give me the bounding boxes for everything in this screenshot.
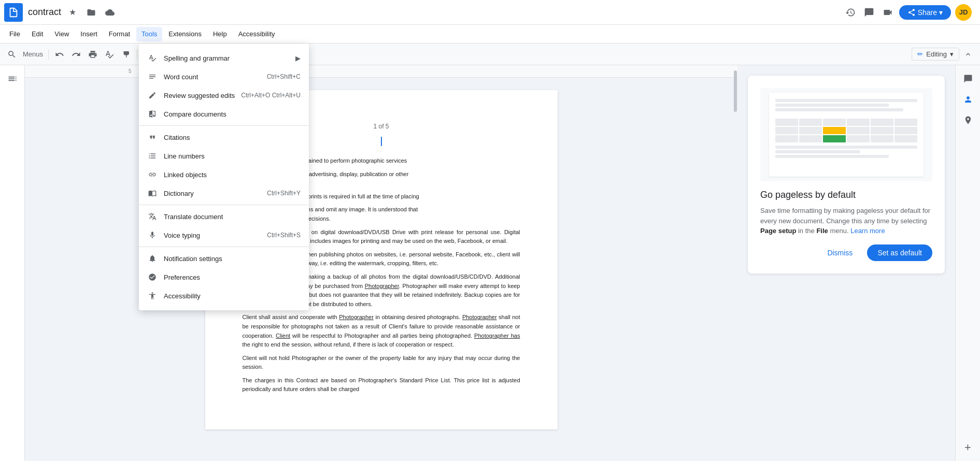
print-button[interactable] xyxy=(85,47,101,62)
outline-icon[interactable] xyxy=(3,69,22,88)
star-icon[interactable]: ★ xyxy=(65,5,80,20)
preview-cell xyxy=(799,135,822,142)
spellcheck-button[interactable] xyxy=(102,47,117,62)
menu-item-view[interactable]: View xyxy=(49,27,74,41)
doc-area: 5 6 7 8 1 of 5 e, official photographer … xyxy=(25,65,737,461)
dictionary-icon xyxy=(147,188,158,198)
title-bar: contract ★ Share ▾ JD xyxy=(0,0,980,25)
menu-item-insert[interactable]: Insert xyxy=(75,27,103,41)
collapse-toolbar-button[interactable] xyxy=(960,47,976,62)
preview-cell xyxy=(894,119,917,126)
compare-docs-label: Compare documents xyxy=(164,110,301,118)
scrollbar-thumb[interactable] xyxy=(734,70,737,112)
preview-line xyxy=(775,155,889,158)
comments-icon[interactable] xyxy=(862,5,876,20)
menu-item-edit[interactable]: Edit xyxy=(26,27,48,41)
notification-settings-label: Notification settings xyxy=(164,255,301,263)
card-actions: Dismiss Set as default xyxy=(760,244,932,261)
menu-item-extensions[interactable]: Extensions xyxy=(163,27,207,41)
preview-cell xyxy=(847,135,870,142)
search-menus-button[interactable] xyxy=(4,47,20,62)
preview-cell xyxy=(847,127,870,134)
translate-icon xyxy=(147,211,158,222)
scrollbar[interactable] xyxy=(733,65,737,461)
doc-title[interactable]: contract xyxy=(28,7,61,18)
line-numbers-item[interactable]: Line numbers xyxy=(139,147,309,165)
linked-objects-label: Linked objects xyxy=(164,171,301,179)
paint-format-button[interactable] xyxy=(118,47,134,62)
accessibility-item[interactable]: Accessibility xyxy=(139,286,309,305)
right-nav-maps-icon[interactable] xyxy=(959,111,977,129)
compare-docs-icon xyxy=(147,109,158,119)
avatar[interactable]: JD xyxy=(955,4,972,21)
linked-objects-item[interactable]: Linked objects xyxy=(139,165,309,184)
accessibility-menu-label: Accessibility xyxy=(164,292,301,300)
menu-item-tools[interactable]: Tools xyxy=(136,27,162,41)
word-count-item[interactable]: Word count Ctrl+Shift+C xyxy=(139,67,309,86)
preview-cell xyxy=(871,127,893,134)
spelling-grammar-label: Spelling and grammar xyxy=(164,54,289,62)
menu-item-file[interactable]: File xyxy=(4,27,25,41)
file-bold: File xyxy=(816,227,828,235)
dictionary-item[interactable]: Dictionary Ctrl+Shift+Y xyxy=(139,184,309,203)
translate-label: Translate document xyxy=(164,213,301,221)
voice-typing-shortcut: Ctrl+Shift+S xyxy=(267,232,301,239)
meet-icon[interactable] xyxy=(880,5,895,20)
editing-mode-selector[interactable]: ✏ Editing ▾ xyxy=(912,48,959,61)
notification-icon xyxy=(147,253,158,264)
line-numbers-icon xyxy=(147,151,158,161)
title-icons: ★ xyxy=(65,5,117,20)
dismiss-button[interactable]: Dismiss xyxy=(819,244,861,261)
review-edits-icon xyxy=(147,90,158,100)
preview-line xyxy=(775,99,918,102)
preview-line xyxy=(775,146,918,149)
review-edits-label: Review suggested edits xyxy=(164,92,235,99)
redo-button[interactable] xyxy=(68,47,84,62)
tools-dropdown-menu: Spelling and grammar ▶ Word count Ctrl+S… xyxy=(139,44,309,310)
notification-settings-item[interactable]: Notification settings xyxy=(139,249,309,268)
learn-more-link[interactable]: Learn more xyxy=(850,227,885,235)
pageless-card: Go pageless by default Save time formatt… xyxy=(748,76,945,273)
citations-item[interactable]: Citations xyxy=(139,128,309,147)
preview-cell xyxy=(799,127,822,134)
share-button[interactable]: Share ▾ xyxy=(899,5,951,20)
compare-docs-item[interactable]: Compare documents xyxy=(139,105,309,123)
preferences-icon xyxy=(147,272,158,282)
translate-item[interactable]: Translate document xyxy=(139,207,309,226)
right-nav: + xyxy=(955,65,980,461)
pageless-title: Go pageless by default xyxy=(760,190,932,200)
spelling-grammar-item[interactable]: Spelling and grammar ▶ xyxy=(139,49,309,67)
review-edits-item[interactable]: Review suggested edits Ctrl+Alt+O Ctrl+A… xyxy=(139,86,309,105)
preview-table xyxy=(775,119,918,142)
voice-typing-label: Voice typing xyxy=(164,232,261,239)
right-nav-chat-icon[interactable] xyxy=(959,69,977,88)
toolbar-divider-2 xyxy=(137,49,137,60)
menu-bar: File Edit View Insert Format Tools Exten… xyxy=(0,25,980,44)
editing-mode-label: Editing xyxy=(926,50,947,58)
preview-cell xyxy=(894,127,917,134)
pageless-preview xyxy=(760,88,932,181)
recent-activity-icon[interactable] xyxy=(843,5,858,20)
preview-cell-green xyxy=(823,135,846,142)
voice-typing-item[interactable]: Voice typing Ctrl+Shift+S xyxy=(139,226,309,244)
set-as-default-button[interactable]: Set as default xyxy=(867,244,932,261)
folder-icon[interactable] xyxy=(84,5,98,20)
cloud-sync-icon[interactable] xyxy=(103,5,117,20)
linked-objects-icon xyxy=(147,169,158,180)
right-nav-people-icon[interactable] xyxy=(959,90,977,109)
dropdown-section-1: Spelling and grammar ▶ Word count Ctrl+S… xyxy=(139,47,309,126)
preview-cell xyxy=(823,119,846,126)
page-setup-bold: Page setup xyxy=(760,227,796,235)
preview-cell xyxy=(847,119,870,126)
spelling-icon xyxy=(147,53,158,63)
preview-inner xyxy=(769,93,924,177)
menu-item-help[interactable]: Help xyxy=(208,27,232,41)
add-button[interactable]: + xyxy=(959,438,977,457)
preferences-item[interactable]: Preferences xyxy=(139,268,309,286)
menu-item-accessibility[interactable]: Accessibility xyxy=(233,27,280,41)
menu-item-format[interactable]: Format xyxy=(104,27,135,41)
preview-cell xyxy=(775,135,798,142)
undo-button[interactable] xyxy=(52,47,67,62)
preview-line xyxy=(775,108,903,111)
preferences-label: Preferences xyxy=(164,273,301,281)
